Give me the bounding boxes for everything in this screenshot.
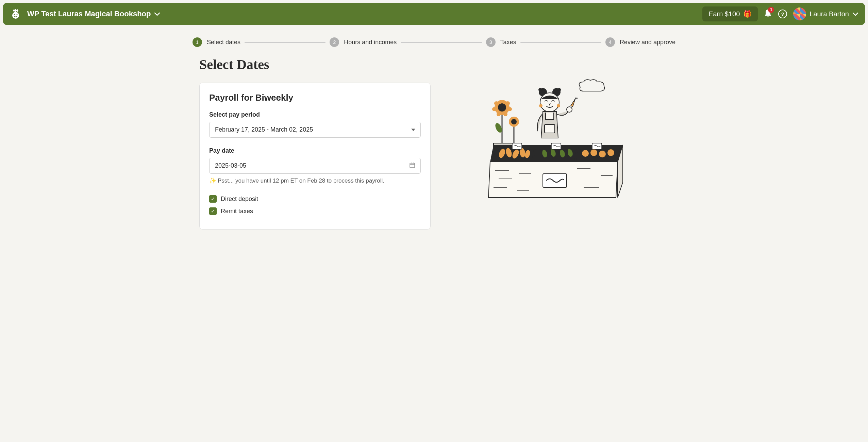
svg-point-43 [582, 150, 589, 157]
svg-point-31 [557, 104, 560, 107]
notifications-button[interactable]: 1 [764, 9, 772, 19]
question-icon: ? [781, 11, 784, 17]
direct-deposit-checkbox[interactable]: ✓ Direct deposit [209, 195, 421, 203]
step-number: 1 [193, 37, 202, 47]
vendor-illustration [485, 77, 628, 206]
gift-icon: 🎁 [743, 10, 752, 18]
pay-period-select-wrapper [209, 122, 421, 138]
help-button[interactable]: ? [778, 10, 787, 18]
step-label: Select dates [207, 39, 240, 46]
store-selector[interactable]: WP Test Lauras Magical Bookshop [27, 10, 160, 18]
step-label: Hours and incomes [344, 39, 397, 46]
page-title: Select Dates [199, 56, 431, 72]
step-label: Review and approve [620, 39, 675, 46]
step-hours-incomes[interactable]: 2 Hours and incomes [330, 37, 397, 47]
header-right: Earn $100 🎁 1 ? Laura Barton [702, 6, 858, 21]
user-menu[interactable]: Laura Barton [793, 7, 858, 20]
form-column: Select Dates Payroll for Biweekly Select… [199, 56, 431, 230]
chevron-down-icon [852, 12, 858, 16]
svg-point-33 [567, 107, 572, 112]
payroll-card: Payroll for Biweekly Select pay period P… [199, 83, 431, 230]
pay-period-label: Select pay period [209, 111, 421, 118]
hint-message: Psst... you have until 12 pm ET on Feb 2… [218, 177, 384, 184]
hint-text: ✨Psst... you have until 12 pm ET on Feb … [209, 177, 421, 184]
step-number: 3 [486, 37, 496, 47]
user-name: Laura Barton [809, 10, 849, 18]
svg-point-2 [17, 14, 18, 15]
svg-point-20 [503, 112, 507, 116]
svg-point-1 [14, 14, 15, 15]
chevron-down-icon [154, 12, 160, 16]
remit-taxes-label: Remit taxes [221, 208, 253, 215]
svg-point-19 [497, 112, 501, 116]
svg-rect-32 [545, 124, 555, 133]
avatar [793, 7, 806, 20]
stepper: 1 Select dates 2 Hours and incomes 3 Tax… [193, 28, 675, 56]
svg-point-30 [539, 104, 542, 107]
step-taxes[interactable]: 3 Taxes [486, 37, 516, 47]
svg-point-17 [492, 107, 496, 111]
step-number: 4 [605, 37, 615, 47]
pay-date-input[interactable] [209, 158, 421, 174]
step-divider [520, 42, 601, 43]
svg-line-34 [574, 97, 576, 100]
main-area: Select Dates Payroll for Biweekly Select… [193, 56, 675, 230]
app-logo-icon[interactable] [10, 8, 22, 20]
step-review-approve[interactable]: 4 Review and approve [605, 37, 675, 47]
svg-point-18 [508, 107, 512, 111]
svg-point-44 [590, 149, 597, 156]
pay-date-wrapper [209, 158, 421, 174]
remit-taxes-checkbox[interactable]: ✓ Remit taxes [209, 207, 421, 215]
illustration-column [444, 56, 669, 230]
svg-point-16 [506, 101, 510, 105]
step-select-dates[interactable]: 1 Select dates [193, 37, 240, 47]
card-title: Payroll for Biweekly [209, 92, 421, 103]
pay-date-label: Pay date [209, 147, 421, 154]
earn-label: Earn $100 [708, 10, 740, 18]
step-divider [245, 42, 326, 43]
header-left: WP Test Lauras Magical Bookshop [10, 8, 160, 20]
earn-button[interactable]: Earn $100 🎁 [702, 6, 758, 21]
notification-badge: 1 [768, 7, 774, 13]
svg-point-28 [557, 88, 561, 91]
store-name: WP Test Lauras Magical Bookshop [27, 10, 151, 18]
checkbox-checked-icon: ✓ [209, 195, 217, 203]
svg-point-0 [12, 12, 19, 19]
step-label: Taxes [500, 39, 516, 46]
checkbox-checked-icon: ✓ [209, 207, 217, 215]
content-area: 1 Select dates 2 Hours and incomes 3 Tax… [186, 28, 682, 230]
svg-point-23 [511, 119, 517, 124]
svg-point-46 [607, 149, 614, 156]
top-bar: WP Test Lauras Magical Bookshop Earn $10… [3, 3, 865, 25]
svg-point-14 [498, 103, 506, 112]
pay-period-select[interactable] [209, 122, 421, 138]
svg-point-45 [599, 151, 606, 157]
svg-point-27 [538, 88, 542, 91]
step-divider [401, 42, 482, 43]
sparkle-icon: ✨ [209, 177, 216, 184]
direct-deposit-label: Direct deposit [221, 196, 258, 203]
svg-point-15 [494, 101, 498, 105]
step-number: 2 [330, 37, 339, 47]
